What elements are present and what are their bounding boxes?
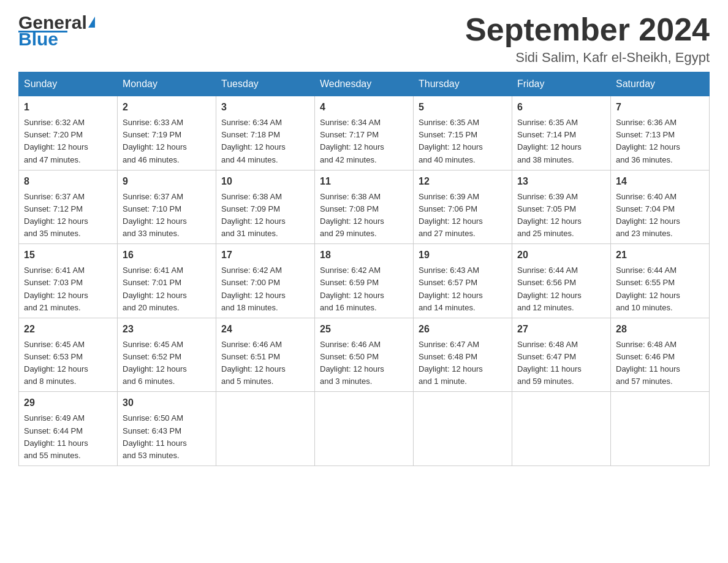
calendar-cell: 7Sunrise: 6:36 AMSunset: 7:13 PMDaylight… — [611, 96, 710, 170]
calendar-table: SundayMondayTuesdayWednesdayThursdayFrid… — [18, 72, 710, 466]
calendar-cell: 17Sunrise: 6:42 AMSunset: 7:00 PMDayligh… — [216, 244, 315, 318]
weekday-header-wednesday: Wednesday — [315, 72, 414, 96]
day-detail: Sunrise: 6:33 AMSunset: 7:19 PMDaylight:… — [123, 118, 187, 164]
weekday-header-sunday: Sunday — [19, 72, 118, 96]
day-number: 28 — [616, 322, 704, 337]
calendar-cell: 30Sunrise: 6:50 AMSunset: 6:43 PMDayligh… — [118, 392, 216, 466]
logo: General Blue — [18, 12, 95, 50]
calendar-cell: 8Sunrise: 6:37 AMSunset: 7:12 PMDaylight… — [19, 170, 118, 244]
calendar-cell: 21Sunrise: 6:44 AMSunset: 6:55 PMDayligh… — [611, 244, 710, 318]
calendar-cell — [216, 392, 315, 466]
calendar-cell — [315, 392, 414, 466]
calendar-cell: 22Sunrise: 6:45 AMSunset: 6:53 PMDayligh… — [19, 318, 118, 392]
calendar-cell: 9Sunrise: 6:37 AMSunset: 7:10 PMDaylight… — [118, 170, 216, 244]
weekday-header-friday: Friday — [512, 72, 611, 96]
day-number: 23 — [123, 322, 211, 337]
day-number: 5 — [419, 100, 507, 115]
calendar-cell: 29Sunrise: 6:49 AMSunset: 6:44 PMDayligh… — [19, 392, 118, 466]
day-detail: Sunrise: 6:44 AMSunset: 6:55 PMDaylight:… — [616, 266, 680, 312]
calendar-cell: 27Sunrise: 6:48 AMSunset: 6:47 PMDayligh… — [512, 318, 611, 392]
calendar-cell: 11Sunrise: 6:38 AMSunset: 7:08 PMDayligh… — [315, 170, 414, 244]
weekday-header-row: SundayMondayTuesdayWednesdayThursdayFrid… — [19, 72, 710, 96]
day-number: 15 — [24, 248, 112, 262]
day-number: 11 — [320, 174, 408, 189]
day-number: 9 — [123, 174, 211, 189]
day-number: 14 — [616, 174, 704, 189]
day-number: 16 — [123, 248, 211, 262]
calendar-cell — [512, 392, 611, 466]
day-detail: Sunrise: 6:40 AMSunset: 7:04 PMDaylight:… — [616, 192, 680, 238]
calendar-cell — [611, 392, 710, 466]
day-detail: Sunrise: 6:46 AMSunset: 6:51 PMDaylight:… — [221, 340, 286, 386]
day-number: 24 — [221, 322, 309, 337]
day-number: 17 — [221, 248, 309, 262]
day-detail: Sunrise: 6:42 AMSunset: 6:59 PMDaylight:… — [320, 266, 384, 312]
day-detail: Sunrise: 6:36 AMSunset: 7:13 PMDaylight:… — [616, 118, 680, 164]
day-detail: Sunrise: 6:42 AMSunset: 7:00 PMDaylight:… — [221, 266, 286, 312]
day-detail: Sunrise: 6:34 AMSunset: 7:18 PMDaylight:… — [221, 118, 286, 164]
calendar-cell: 28Sunrise: 6:48 AMSunset: 6:46 PMDayligh… — [611, 318, 710, 392]
day-detail: Sunrise: 6:43 AMSunset: 6:57 PMDaylight:… — [419, 266, 483, 312]
location-title: Sidi Salim, Kafr el-Sheikh, Egypt — [465, 50, 710, 66]
title-block: September 2024 Sidi Salim, Kafr el-Sheik… — [465, 12, 710, 66]
day-number: 20 — [517, 248, 605, 262]
day-detail: Sunrise: 6:50 AMSunset: 6:43 PMDaylight:… — [123, 413, 187, 459]
day-detail: Sunrise: 6:35 AMSunset: 7:14 PMDaylight:… — [517, 118, 582, 164]
day-number: 22 — [24, 322, 112, 337]
day-number: 26 — [419, 322, 507, 337]
day-number: 7 — [616, 100, 704, 115]
weekday-header-tuesday: Tuesday — [216, 72, 315, 96]
calendar-cell: 3Sunrise: 6:34 AMSunset: 7:18 PMDaylight… — [216, 96, 315, 170]
day-detail: Sunrise: 6:39 AMSunset: 7:05 PMDaylight:… — [517, 192, 582, 238]
calendar-cell: 10Sunrise: 6:38 AMSunset: 7:09 PMDayligh… — [216, 170, 315, 244]
day-number: 3 — [221, 100, 309, 115]
day-number: 25 — [320, 322, 408, 337]
calendar-cell: 14Sunrise: 6:40 AMSunset: 7:04 PMDayligh… — [611, 170, 710, 244]
calendar-week-1: 1Sunrise: 6:32 AMSunset: 7:20 PMDaylight… — [19, 96, 710, 170]
calendar-week-5: 29Sunrise: 6:49 AMSunset: 6:44 PMDayligh… — [19, 392, 710, 466]
day-number: 19 — [419, 248, 507, 262]
day-number: 6 — [517, 100, 605, 115]
weekday-header-saturday: Saturday — [611, 72, 710, 96]
calendar-cell: 2Sunrise: 6:33 AMSunset: 7:19 PMDaylight… — [118, 96, 216, 170]
calendar-cell: 18Sunrise: 6:42 AMSunset: 6:59 PMDayligh… — [315, 244, 414, 318]
calendar-cell: 26Sunrise: 6:47 AMSunset: 6:48 PMDayligh… — [414, 318, 512, 392]
calendar-week-2: 8Sunrise: 6:37 AMSunset: 7:12 PMDaylight… — [19, 170, 710, 244]
day-detail: Sunrise: 6:49 AMSunset: 6:44 PMDaylight:… — [24, 413, 88, 459]
day-number: 10 — [221, 174, 309, 189]
calendar-cell: 5Sunrise: 6:35 AMSunset: 7:15 PMDaylight… — [414, 96, 512, 170]
day-detail: Sunrise: 6:37 AMSunset: 7:12 PMDaylight:… — [24, 192, 88, 238]
calendar-cell: 6Sunrise: 6:35 AMSunset: 7:14 PMDaylight… — [512, 96, 611, 170]
calendar-cell — [414, 392, 512, 466]
day-detail: Sunrise: 6:34 AMSunset: 7:17 PMDaylight:… — [320, 118, 384, 164]
calendar-week-4: 22Sunrise: 6:45 AMSunset: 6:53 PMDayligh… — [19, 318, 710, 392]
calendar-week-3: 15Sunrise: 6:41 AMSunset: 7:03 PMDayligh… — [19, 244, 710, 318]
logo-triangle-icon — [88, 17, 95, 28]
day-number: 18 — [320, 248, 408, 262]
page-header: General Blue September 2024 Sidi Salim, … — [18, 12, 710, 66]
calendar-cell: 20Sunrise: 6:44 AMSunset: 6:56 PMDayligh… — [512, 244, 611, 318]
day-detail: Sunrise: 6:44 AMSunset: 6:56 PMDaylight:… — [517, 266, 582, 312]
weekday-header-thursday: Thursday — [414, 72, 512, 96]
calendar-cell: 16Sunrise: 6:41 AMSunset: 7:01 PMDayligh… — [118, 244, 216, 318]
day-detail: Sunrise: 6:48 AMSunset: 6:46 PMDaylight:… — [616, 340, 680, 386]
day-number: 30 — [123, 396, 211, 410]
day-number: 2 — [123, 100, 211, 115]
day-number: 1 — [24, 100, 112, 115]
day-detail: Sunrise: 6:41 AMSunset: 7:01 PMDaylight:… — [123, 266, 187, 312]
day-detail: Sunrise: 6:48 AMSunset: 6:47 PMDaylight:… — [517, 340, 582, 386]
calendar-cell: 4Sunrise: 6:34 AMSunset: 7:17 PMDaylight… — [315, 96, 414, 170]
day-detail: Sunrise: 6:45 AMSunset: 6:53 PMDaylight:… — [24, 340, 88, 386]
weekday-header-monday: Monday — [118, 72, 216, 96]
calendar-cell: 23Sunrise: 6:45 AMSunset: 6:52 PMDayligh… — [118, 318, 216, 392]
day-detail: Sunrise: 6:35 AMSunset: 7:15 PMDaylight:… — [419, 118, 483, 164]
day-number: 13 — [517, 174, 605, 189]
calendar-cell: 13Sunrise: 6:39 AMSunset: 7:05 PMDayligh… — [512, 170, 611, 244]
day-number: 12 — [419, 174, 507, 189]
calendar-cell: 12Sunrise: 6:39 AMSunset: 7:06 PMDayligh… — [414, 170, 512, 244]
day-detail: Sunrise: 6:38 AMSunset: 7:08 PMDaylight:… — [320, 192, 384, 238]
day-detail: Sunrise: 6:39 AMSunset: 7:06 PMDaylight:… — [419, 192, 483, 238]
day-detail: Sunrise: 6:32 AMSunset: 7:20 PMDaylight:… — [24, 118, 88, 164]
day-number: 8 — [24, 174, 112, 189]
day-detail: Sunrise: 6:41 AMSunset: 7:03 PMDaylight:… — [24, 266, 88, 312]
